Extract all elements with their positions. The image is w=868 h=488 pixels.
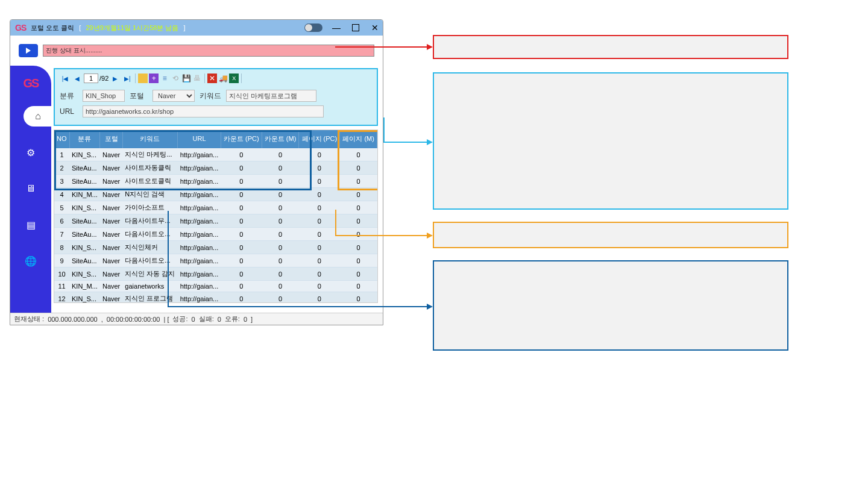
data-table-wrap[interactable]: NO 분류 포털 키워드 URL 카운트 (PC) 카운트 (M) 페이지 (P…	[54, 130, 378, 303]
table-cell: Naver	[100, 175, 122, 188]
table-row[interactable]: 3SiteAu...Naver사이트오토클릭http://gaian...000…	[54, 175, 377, 188]
th-count-pc[interactable]: 카운트 (PC)	[221, 130, 262, 148]
table-row[interactable]: 5KIN_S...Naver가이아소프트http://gaian...0000	[54, 201, 377, 214]
table-cell: 0	[262, 188, 299, 201]
callout-red	[433, 35, 788, 59]
nav-next-button[interactable]: ▶	[110, 73, 121, 84]
label-url: URL	[60, 107, 78, 116]
table-cell: http://gaian...	[178, 267, 221, 281]
nav-page-input[interactable]	[84, 74, 98, 83]
table-row[interactable]: 9SiteAu...Naver다음사이트오...http://gaian...0…	[54, 254, 377, 267]
callout-orange	[433, 222, 788, 248]
th-category[interactable]: 분류	[69, 130, 100, 148]
table-cell: Naver	[100, 148, 122, 161]
theme-toggle[interactable]	[304, 23, 322, 32]
globe-icon: 🌐	[25, 255, 37, 267]
nav-last-button[interactable]: ▶|	[122, 73, 133, 84]
table-row[interactable]: 2SiteAu...Naver사이트자동클릭http://gaian...000…	[54, 161, 377, 175]
table-cell: http://gaian...	[178, 214, 221, 228]
topbar: 진행 상태 표시..........	[10, 36, 383, 66]
url-input[interactable]	[83, 105, 324, 117]
table-row[interactable]: 8KIN_S...Naver지식인체커http://gaian...0000	[54, 241, 377, 254]
table-cell: 8	[54, 241, 69, 254]
table-cell: KIN_S...	[69, 292, 100, 304]
table-cell: 0	[299, 161, 340, 175]
list-icon[interactable]: ≡	[160, 74, 169, 83]
table-cell: http://gaian...	[178, 292, 221, 304]
table-cell: 0	[340, 254, 377, 267]
table-cell: 0	[340, 228, 377, 241]
table-cell: SiteAu...	[69, 254, 100, 267]
sidebar-item-book[interactable]: ▤	[17, 214, 44, 235]
table-cell: http://gaian...	[178, 241, 221, 254]
nav-first-button[interactable]: |◀	[60, 73, 71, 84]
table-cell: 다음사이트무...	[122, 214, 177, 228]
table-cell: 0	[221, 292, 262, 304]
status-ip: 000.000.000.000	[48, 316, 98, 323]
truck-icon[interactable]: 🚚	[218, 74, 228, 83]
folder-icon[interactable]	[138, 74, 148, 83]
table-row[interactable]: 10KIN_S...Naver지식인 자동 감지http://gaian...0…	[54, 267, 377, 281]
table-cell: 0	[221, 188, 262, 201]
table-row[interactable]: 7SiteAu...Naver다음사이트오...http://gaian...0…	[54, 228, 377, 241]
play-button[interactable]	[19, 44, 38, 57]
status-success-value: 0	[192, 316, 195, 323]
table-row[interactable]: 11KIN_M...Navergaianetworkshttp://gaian.…	[54, 281, 377, 292]
app-window: GS 포털 오토 클릭 [ 29년9개월11일 1시간58분 남음 ] — ✕ …	[10, 19, 383, 325]
table-cell: 0	[299, 267, 340, 281]
category-input[interactable]	[83, 90, 125, 102]
excel-icon[interactable]: X	[229, 74, 239, 83]
th-keyword[interactable]: 키워드	[122, 130, 177, 148]
status-time: 00:00:00:00:00:00	[107, 316, 160, 323]
status-fail-label: 실패:	[199, 314, 214, 324]
table-cell: 7	[54, 228, 69, 241]
table-cell: 0	[299, 228, 340, 241]
table-cell: 0	[221, 254, 262, 267]
table-cell: http://gaian...	[178, 254, 221, 267]
table-cell: 11	[54, 281, 69, 292]
countdown-text: 29년9개월11일 1시간58분 남음	[86, 23, 178, 33]
sidebar-item-home[interactable]: ⌂	[24, 106, 52, 127]
save-icon[interactable]: 💾	[181, 74, 191, 83]
th-page-pc[interactable]: 페이지 (PC)	[299, 130, 340, 148]
table-cell: 5	[54, 201, 69, 214]
table-row[interactable]: 4KIN_M...NaverN지식인 검색http://gaian...0000	[54, 188, 377, 201]
record-nav: |◀ ◀ /92 ▶ ▶| + ≡ ⟲ 💾 🖶 ✕ 🚚 X	[60, 73, 372, 84]
app-logo: GS	[15, 23, 26, 33]
table-row[interactable]: 6SiteAu...Naver다음사이트무...http://gaian...0…	[54, 214, 377, 228]
table-cell: 0	[340, 241, 377, 254]
delete-button[interactable]: ✕	[207, 74, 217, 83]
table-cell: http://gaian...	[178, 228, 221, 241]
table-cell: 0	[299, 148, 340, 161]
table-cell: Naver	[100, 267, 122, 281]
table-cell: http://gaian...	[178, 175, 221, 188]
refresh-icon[interactable]: ⟲	[171, 74, 180, 83]
table-row[interactable]: 12KIN_S...Naver지식인 프로그램http://gaian...00…	[54, 292, 377, 304]
th-url[interactable]: URL	[178, 130, 221, 148]
table-cell: 0	[340, 292, 377, 304]
table-cell: SiteAu...	[69, 228, 100, 241]
portal-select[interactable]: Naver	[153, 90, 195, 102]
th-page-m[interactable]: 페이지 (M)	[340, 130, 377, 148]
print-icon[interactable]: 🖶	[192, 74, 202, 83]
sidebar-item-globe[interactable]: 🌐	[17, 251, 44, 271]
table-cell: Naver	[100, 281, 122, 292]
keyword-input[interactable]	[226, 90, 316, 102]
close-button[interactable]: ✕	[367, 20, 383, 36]
book-icon: ▤	[27, 219, 36, 231]
sidebar-item-monitor[interactable]: 🖥	[17, 178, 44, 199]
maximize-button[interactable]	[348, 20, 363, 36]
table-row[interactable]: 1KIN_S...Naver지식인 마케팅...http://gaian...0…	[54, 148, 377, 161]
table-cell: 1	[54, 148, 69, 161]
sidebar-item-settings[interactable]: ⚙	[17, 142, 44, 163]
th-portal[interactable]: 포털	[100, 130, 122, 148]
th-count-m[interactable]: 카운트 (M)	[262, 130, 299, 148]
table-cell: http://gaian...	[178, 161, 221, 175]
table-cell: 사이트자동클릭	[122, 161, 177, 175]
callout-cyan	[433, 72, 788, 210]
add-button[interactable]: +	[149, 74, 159, 83]
minimize-button[interactable]: —	[329, 20, 344, 36]
th-no[interactable]: NO	[54, 130, 69, 148]
nav-prev-button[interactable]: ◀	[72, 73, 83, 84]
label-portal: 포털	[130, 91, 148, 101]
